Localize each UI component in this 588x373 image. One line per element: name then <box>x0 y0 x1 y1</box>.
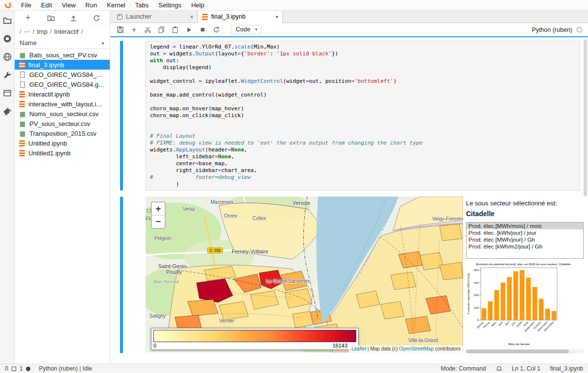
metric-select[interactable]: Prod. élec.[MWh/mois] / moisProd. élec. … <box>466 222 584 259</box>
open-tabs-icon[interactable] <box>2 88 12 98</box>
csv-file-icon: ▦ <box>19 51 26 59</box>
tab-bar: Launcher × final_3.ipynb ● <box>110 11 588 23</box>
kernel-status[interactable]: Python (ruben) | Idle <box>39 365 92 372</box>
svg-text:Février: Février <box>483 321 491 329</box>
file-browser-icon[interactable] <box>2 16 12 25</box>
file-item[interactable]: Untitled.ipynb <box>15 138 110 148</box>
breadcrumb-segment[interactable]: tmp <box>37 28 48 35</box>
kernel-indicator[interactable]: Python (ruben) <box>532 26 584 33</box>
restart-kernel-button[interactable] <box>210 25 222 35</box>
notebook-file-icon <box>19 101 25 107</box>
road-badge: D 35b <box>207 248 223 253</box>
cursor-position[interactable]: Ln 1, Col 1 <box>512 365 540 372</box>
file-browser-panel: + /⋯/tmp/Interactif/ Name ▲ ▦Bats_sous_s… <box>15 11 110 364</box>
cut-cells-button[interactable] <box>142 25 154 35</box>
file-icon <box>20 81 25 88</box>
horizontal-scrollbar[interactable] <box>466 349 584 353</box>
command-mode-indicator[interactable]: Mode: Command <box>441 365 486 372</box>
file-item[interactable]: ▦Noms_sous_secteur.csv <box>15 109 110 119</box>
metric-option[interactable]: Prod. élec. [kWh/jour] / jour <box>466 229 583 236</box>
menu-tabs[interactable]: Tabs <box>130 0 153 10</box>
legend-gradient <box>153 330 356 342</box>
terminals-count: 0 <box>5 365 8 372</box>
new-launcher-button[interactable]: + <box>23 13 33 24</box>
file-browser-toolbar: + <box>15 11 110 25</box>
running-sessions-icon[interactable] <box>2 34 12 44</box>
menu-help[interactable]: Help <box>186 0 209 10</box>
breadcrumb-segment[interactable]: Interactif <box>54 28 79 35</box>
notification-bell-icon[interactable] <box>496 366 502 372</box>
launcher-icon <box>117 14 122 20</box>
file-name: interactive_with_layout.ipynb <box>28 100 105 108</box>
file-list: ▦Bats_sous_sect_PV.csvfinal_3.ipynbGEO_G… <box>15 49 110 364</box>
input-collapser[interactable] <box>120 41 123 191</box>
svg-text:Production électrique [MWh/moi: Production électrique [MWh/mois] <box>467 273 470 314</box>
notebook-file-icon <box>19 91 25 98</box>
add-cell-button[interactable]: + <box>128 25 140 35</box>
code-editor[interactable]: legend = linear.YlOrRd_07.scale(Min,Max)… <box>146 41 580 191</box>
command-palette-icon[interactable] <box>2 52 12 62</box>
cell-type-dropdown[interactable]: Code ▼ <box>231 25 262 34</box>
file-item[interactable]: ▦PV_sous_secteur.csv <box>15 119 110 128</box>
svg-text:Mai: Mai <box>505 321 510 326</box>
property-inspector-icon[interactable] <box>2 70 12 80</box>
interrupt-kernel-button[interactable] <box>196 25 209 35</box>
menu-kernel[interactable]: Kernel <box>102 0 130 10</box>
run-button[interactable] <box>183 25 195 35</box>
vertical-scrollbar[interactable] <box>584 39 587 196</box>
tab-notebook[interactable]: final_3.ipynb ● <box>198 11 283 23</box>
terminal-icon <box>12 367 16 371</box>
openstreetmap-link[interactable]: OpenStreetMap <box>399 346 434 351</box>
output-area: ChevryFliesVerazMaconnexOrnexCollexVerso… <box>146 197 586 353</box>
file-item[interactable]: Interactif.ipynb <box>15 89 110 99</box>
file-item[interactable]: GEO_GIREC_WGS84_all.geojson <box>15 70 110 79</box>
attribution-suffix: contributors <box>434 346 461 351</box>
file-name: Untitled1.ipynb <box>28 149 71 157</box>
save-button[interactable] <box>114 25 126 35</box>
metric-option[interactable]: Prod. élec.[MWh/mois] / mois <box>466 223 583 229</box>
notebook-file-icon <box>19 62 25 68</box>
csv-file-icon: ▦ <box>19 130 26 137</box>
copy-cells-button[interactable] <box>155 25 168 35</box>
breadcrumb-segment[interactable]: ⋯ <box>24 28 30 35</box>
file-item[interactable]: ▦Transposition_2015.csv <box>15 128 110 138</box>
code-cell: legend = linear.YlOrRd_07.scale(Min,Max)… <box>120 41 588 191</box>
upload-button[interactable] <box>68 13 79 24</box>
zoom-in-button[interactable]: + <box>152 202 165 215</box>
file-item[interactable]: Untitled1.ipynb <box>15 148 110 158</box>
svg-text:400: 400 <box>474 269 479 272</box>
notebook-icon <box>202 14 208 20</box>
scrollbar-thumb[interactable] <box>466 349 569 353</box>
close-tab-icon[interactable]: × <box>190 13 194 21</box>
file-item[interactable]: GEO_GIREC_WGS84.geojson <box>15 79 110 89</box>
extension-manager-icon[interactable] <box>2 106 12 116</box>
file-item[interactable]: interactive_with_layout.ipynb <box>15 99 110 109</box>
legend-min: 0 <box>153 343 156 348</box>
menu-run[interactable]: Run <box>80 0 102 10</box>
svg-text:Evolution du potentiel de prod: Evolution du potentiel de prod. élec. en… <box>476 262 571 266</box>
menu-edit[interactable]: Edit <box>36 0 57 10</box>
map-attribution: Leaflet | Map data (c) OpenStreetMap con… <box>349 346 463 352</box>
tab-label: final_3.ipynb <box>211 13 272 20</box>
zoom-control: + − <box>151 201 166 229</box>
metric-option[interactable]: Prod. élec [kWh/m2/jour] / Gh <box>466 243 583 250</box>
file-item[interactable]: ▦Bats_sous_sect_PV.csv <box>15 50 110 60</box>
paste-cells-button[interactable] <box>169 25 181 35</box>
leaflet-link[interactable]: Leaflet <box>351 346 366 351</box>
metric-option[interactable]: Prod. élec [MWh/jour] / Gh <box>466 236 583 243</box>
menu-settings[interactable]: Settings <box>153 0 186 10</box>
file-item[interactable]: final_3.ipynb <box>15 60 110 70</box>
output-collapser[interactable] <box>120 197 123 353</box>
active-file-name: final_3.ipynb <box>550 365 583 372</box>
tab-launcher[interactable]: Launcher × <box>113 11 198 23</box>
menu-file[interactable]: File <box>16 0 36 10</box>
refresh-button[interactable] <box>91 13 102 24</box>
menu-view[interactable]: View <box>57 0 80 10</box>
leaflet-map[interactable]: ChevryFliesVerazMaconnexOrnexCollexVerso… <box>146 197 463 352</box>
activity-bar <box>0 11 15 364</box>
file-list-header[interactable]: Name ▲ <box>15 37 110 49</box>
new-folder-button[interactable] <box>46 13 56 24</box>
zoom-out-button[interactable]: − <box>152 215 165 228</box>
jupyterlab-window: File Edit View Run Kernel Tabs Settings … <box>0 0 588 373</box>
svg-text:Mars: Mars <box>490 321 497 327</box>
